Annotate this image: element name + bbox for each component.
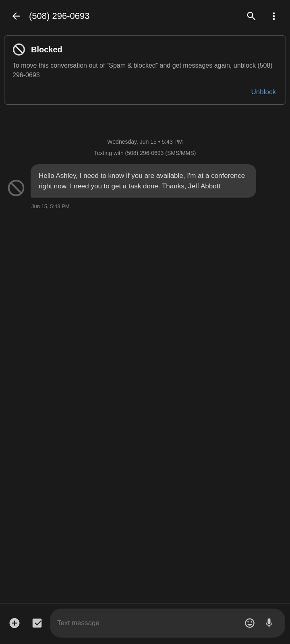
back-button[interactable]: [6, 6, 26, 26]
blocked-actions: Unblock: [12, 87, 278, 98]
chat-timestamp: Wednesday, Jun 15 • 5:43 PM: [6, 138, 284, 145]
message-input[interactable]: [57, 619, 237, 627]
message-bubble: Hello Ashley, I need to know if you are …: [31, 164, 256, 198]
voice-message-button[interactable]: [260, 614, 278, 632]
blocked-sender-icon: [6, 178, 26, 198]
bottom-toolbar: [0, 603, 290, 644]
header-actions: [242, 6, 284, 26]
gif-sticker-button[interactable]: [27, 613, 47, 633]
blocked-title: Blocked: [31, 45, 62, 54]
chat-area: Wednesday, Jun 15 • 5:43 PM Texting with…: [0, 108, 290, 390]
chat-info: Texting with (508) 296-0693 (SMS/MMS): [6, 150, 284, 156]
input-right-icons: [241, 614, 278, 632]
message-time: Jun 15, 5:43 PM: [31, 203, 284, 209]
unblock-button[interactable]: Unblock: [250, 87, 278, 98]
header: (508) 296-0693: [0, 0, 290, 32]
blocked-banner: Blocked To move this conversation out of…: [4, 35, 286, 105]
text-input-area: [50, 609, 285, 638]
svg-line-1: [15, 46, 23, 54]
blocked-icon: [12, 43, 25, 56]
conversation-title: (508) 296-0693: [29, 11, 242, 21]
add-attachment-button[interactable]: [5, 613, 24, 633]
emoji-button[interactable]: [241, 614, 259, 632]
message-row: Hello Ashley, I need to know if you are …: [6, 164, 284, 198]
search-button[interactable]: [242, 6, 261, 26]
blocked-description: To move this conversation out of “Spam &…: [12, 61, 278, 80]
more-options-button[interactable]: [264, 6, 284, 26]
svg-line-3: [11, 183, 21, 193]
blocked-banner-header: Blocked: [12, 43, 278, 56]
